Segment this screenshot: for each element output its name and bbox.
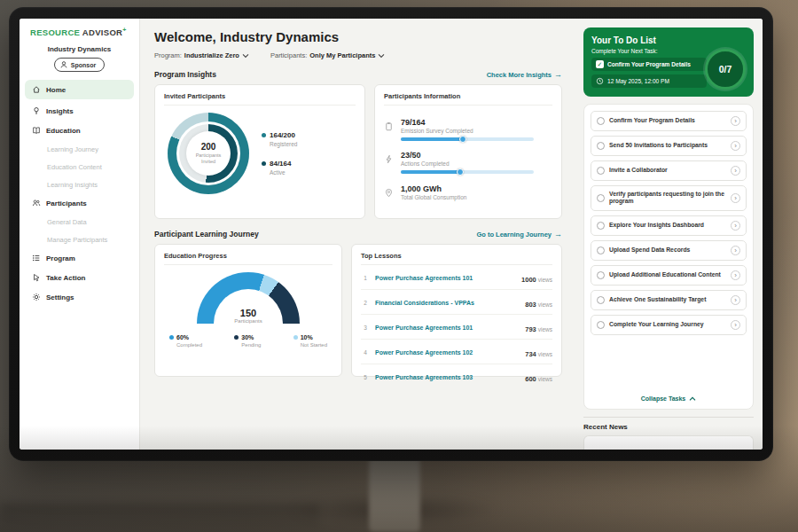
sidebar-item-manage-participants[interactable]: Manage Participants xyxy=(20,231,139,248)
task-row-upload-educational-content[interactable]: Upload Additional Educational Content › xyxy=(591,265,747,286)
lesson-link[interactable]: Power Purchase Agreements 102 xyxy=(375,349,520,356)
task-row-confirm-program[interactable]: Confirm Your Program Details › xyxy=(591,111,747,131)
task-list-card: Confirm Your Program Details › Send 50 I… xyxy=(583,104,754,410)
sidebar-item-home[interactable]: Home xyxy=(25,80,134,99)
journey-cards-row: Education Progress 150 Participants 60 xyxy=(154,244,562,377)
lesson-views: 803views xyxy=(525,294,552,310)
legend-dot-dark xyxy=(234,335,239,340)
arrow-right-icon: → xyxy=(554,230,562,239)
org-name: Industry Dynamics xyxy=(20,45,139,53)
lesson-row: 1 Power Purchase Agreements 101 1000view… xyxy=(361,265,552,290)
book-icon xyxy=(32,126,41,135)
chevron-up-icon xyxy=(689,396,696,402)
task-label: Upload Spend Data Records xyxy=(609,246,726,254)
nav-label: Insights xyxy=(46,107,74,115)
radio-icon xyxy=(597,117,605,125)
chevron-down-icon xyxy=(242,53,249,59)
nav-label: Take Action xyxy=(46,274,85,282)
monitor-frame: RESOURCE ADVISOR+ Industry Dynamics Spon… xyxy=(9,7,773,461)
task-label: Confirm Your Program Details xyxy=(609,117,726,124)
lesson-link[interactable]: Financial Considerations - VPPAs xyxy=(375,300,520,306)
sidebar-item-education[interactable]: Education xyxy=(20,121,139,140)
card-title: Education Progress xyxy=(164,252,332,265)
legend-completed: 60% Completed xyxy=(169,334,202,348)
nav-label: Learning Journey xyxy=(47,145,98,153)
radio-icon xyxy=(597,246,605,254)
nav-label: Manage Participants xyxy=(47,236,107,244)
link-label: Go to Learning Journey xyxy=(476,231,552,239)
program-filter-dropdown[interactable]: Program: Industrialize Zero xyxy=(154,51,249,59)
lesson-number: 3 xyxy=(361,325,370,331)
chevron-right-icon: › xyxy=(731,193,740,203)
sidebar-item-take-action[interactable]: Take Action xyxy=(20,268,139,287)
invited-participants-card: Invited Participants 200 Participants In… xyxy=(154,84,365,219)
nav-label: Home xyxy=(46,86,66,94)
legend-dot-blue xyxy=(169,335,174,340)
sidebar-item-education-content[interactable]: Education Content xyxy=(20,158,139,176)
check-more-insights-link[interactable]: Check More Insights → xyxy=(487,70,562,79)
registered-label: Registered xyxy=(270,141,297,147)
sidebar-item-program[interactable]: Program xyxy=(20,248,139,268)
todo-progress-badge: 0/7 xyxy=(705,49,746,90)
logo-plus: + xyxy=(122,27,126,33)
collapse-tasks-link[interactable]: Collapse Tasks xyxy=(591,391,747,405)
gauge-legend: 60% Completed 30% Pending 10% Not Starte… xyxy=(164,334,332,348)
lesson-views: 1000views xyxy=(521,270,552,286)
card-title: Top Lessons xyxy=(361,252,552,265)
sponsor-badge[interactable]: Sponsor xyxy=(54,58,105,72)
arrow-right-icon: → xyxy=(554,70,562,79)
stat-value: 79/164 xyxy=(401,118,534,127)
scene-background: RESOURCE ADVISOR+ Industry Dynamics Spon… xyxy=(0,0,798,532)
task-label: Achieve One Sustainability Target xyxy=(609,296,726,303)
todo-progress-value: 0/7 xyxy=(719,64,732,74)
lesson-link[interactable]: Power Purchase Agreements 103 xyxy=(375,374,520,380)
logo-text-advisor: ADVISOR xyxy=(82,27,122,37)
program-insights-header: Program Insights Check More Insights → xyxy=(154,70,562,79)
lesson-link[interactable]: Power Purchase Agreements 101 xyxy=(375,325,520,331)
learning-journey-header: Participant Learning Journey Go to Learn… xyxy=(154,230,562,239)
task-row-invite-collaborator[interactable]: Invite a Collaborator › xyxy=(591,160,747,181)
chevron-right-icon: › xyxy=(731,320,740,330)
sidebar-item-learning-insights[interactable]: Learning Insights xyxy=(20,176,139,193)
cursor-icon xyxy=(32,273,41,282)
todo-next-task[interactable]: ✓ Confirm Your Program Details xyxy=(591,58,707,71)
chevron-right-icon: › xyxy=(731,221,740,231)
sponsor-label: Sponsor xyxy=(71,62,96,68)
go-to-learning-journey-link[interactable]: Go to Learning Journey → xyxy=(476,230,562,239)
main-content: Welcome, Industry Dynamics Program: Indu… xyxy=(140,19,575,450)
stat-label: Total Global Consumption xyxy=(401,194,466,200)
monitor-stand xyxy=(369,458,420,532)
participants-filter-dropdown[interactable]: Participants: Only My Participants xyxy=(270,51,385,59)
nav-label: Learning Insights xyxy=(47,181,98,189)
clipboard-icon xyxy=(384,121,394,131)
lesson-row: 3 Power Purchase Agreements 101 793views xyxy=(361,315,552,340)
sidebar-item-insights[interactable]: Insights xyxy=(20,101,139,121)
lesson-views: 793views xyxy=(525,319,552,335)
pin-icon xyxy=(384,188,394,198)
lesson-link[interactable]: Power Purchase Agreements 101 xyxy=(375,275,516,281)
task-row-achieve-target[interactable]: Achieve One Sustainability Target › xyxy=(591,290,747,310)
task-row-explore-insights[interactable]: Explore Your Insights Dashboard › xyxy=(591,215,747,236)
sidebar-item-general-data[interactable]: General Data xyxy=(20,213,139,231)
desk-shadow xyxy=(0,504,319,532)
emission-progress-bar xyxy=(401,137,534,141)
task-row-complete-learning-journey[interactable]: Complete Your Learning Journey › xyxy=(591,315,747,335)
sidebar-item-participants[interactable]: Participants xyxy=(20,193,139,213)
card-title: Invited Participants xyxy=(164,92,356,106)
lesson-row: 5 Power Purchase Agreements 103 600views xyxy=(361,364,552,388)
task-row-upload-spend-data[interactable]: Upload Spend Data Records › xyxy=(591,240,747,261)
sidebar-item-settings[interactable]: Settings xyxy=(20,287,139,307)
task-row-verify-participants[interactable]: Verify participants requesting to join t… xyxy=(591,185,747,211)
nav-label: Education Content xyxy=(47,163,102,171)
nav-label: General Data xyxy=(47,218,87,226)
sidebar-item-learning-journey[interactable]: Learning Journey xyxy=(20,140,139,158)
people-icon xyxy=(32,199,41,207)
education-gauge-chart: 150 Participants xyxy=(197,272,300,324)
todo-summary-card: Your To Do List Complete Your Next Task:… xyxy=(583,27,754,97)
task-row-send-invitations[interactable]: Send 50 Invitations to Participants › xyxy=(591,136,747,156)
lesson-row: 2 Financial Considerations - VPPAs 803vi… xyxy=(361,290,552,315)
donut-legend: 164/200 Registered 84/164 Active xyxy=(262,131,297,176)
task-label: Complete Your Learning Journey xyxy=(609,321,726,328)
radio-icon xyxy=(597,194,605,202)
logo-text-resource: RESOURCE xyxy=(30,27,80,37)
